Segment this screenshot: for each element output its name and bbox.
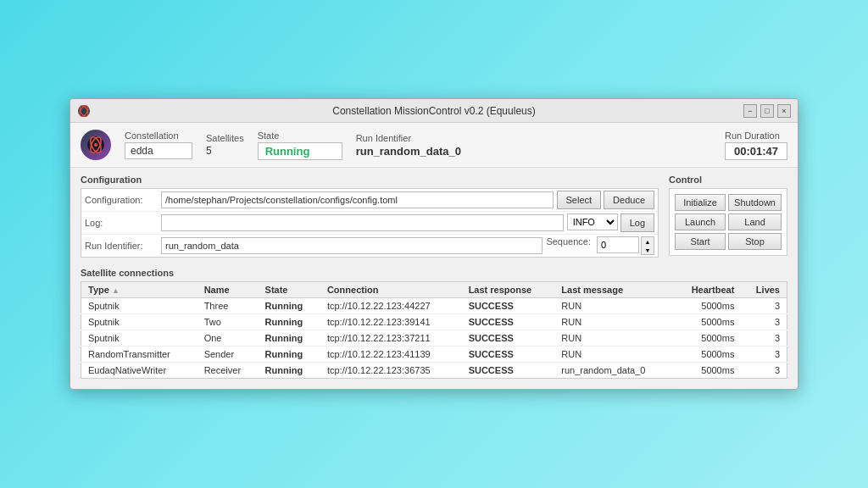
cell-last-response: SUCCESS [462, 347, 555, 363]
close-button[interactable]: × [777, 104, 791, 118]
run-duration-field: Run Duration 00:01:47 [725, 130, 787, 160]
sequence-label: Sequence: [546, 236, 591, 255]
cell-last-message: RUN [554, 330, 672, 347]
maximize-button[interactable]: □ [760, 104, 774, 118]
config-path-row: Configuration: Select Deduce [81, 189, 658, 212]
start-button[interactable]: Start [675, 233, 726, 250]
satellite-section-title: Satellite connections [81, 268, 787, 278]
cell-heartbeat: 5000ms [673, 347, 742, 363]
sequence-spinner: ▲ ▼ [641, 236, 654, 255]
cell-state: Running [259, 314, 320, 330]
run-id-row: Run Identifier: Sequence: ▲ ▼ [81, 235, 658, 257]
state-label: State [258, 130, 342, 141]
control-section-title: Control [669, 175, 787, 185]
cell-heartbeat: 5000ms [673, 330, 742, 347]
deduce-button[interactable]: Deduce [604, 191, 654, 209]
cell-last-message: RUN [554, 314, 672, 330]
state-box: Running [258, 142, 342, 160]
cell-last-response: SUCCESS [462, 298, 555, 314]
cell-heartbeat: 5000ms [673, 363, 742, 379]
sequence-area: Sequence: ▲ ▼ [546, 236, 654, 255]
table-row: EudaqNativeWriter Receiver Running tcp:/… [81, 363, 787, 379]
cell-name: Two [198, 314, 259, 330]
config-path-buttons: Select Deduce [557, 191, 655, 209]
constellation-input[interactable] [125, 142, 192, 159]
col-lives-header[interactable]: Lives [741, 282, 787, 298]
satellites-label: Satellites [206, 133, 244, 143]
constellation-label: Constellation [125, 130, 192, 141]
col-type-header[interactable]: Type ▲ [81, 282, 198, 298]
header-bar: Constellation Satellites 5 State Running… [70, 123, 798, 168]
run-id-config-label: Run Identifier: [85, 241, 161, 251]
sequence-input[interactable] [597, 236, 639, 253]
cell-lives: 3 [741, 314, 787, 330]
window-title: Constellation MissionControl v0.2 (Equul… [332, 105, 535, 117]
run-id-value: run_random_data_0 [356, 145, 461, 158]
table-header-row: Type ▲ Name State Connection Last respon… [81, 282, 787, 298]
svg-point-6 [94, 143, 97, 147]
cell-name: Three [198, 298, 259, 314]
cell-name: One [198, 330, 259, 347]
cell-lives: 3 [741, 298, 787, 314]
initialize-button[interactable]: Initialize [675, 194, 726, 211]
launch-button[interactable]: Launch [675, 214, 726, 230]
cell-last-response: SUCCESS [462, 314, 555, 330]
table-row: RandomTransmitter Sender Running tcp://1… [81, 347, 787, 363]
config-section: Configuration Configuration: Select Dedu… [81, 175, 659, 258]
col-name-header[interactable]: Name [198, 282, 259, 298]
sequence-down-button[interactable]: ▼ [642, 246, 654, 254]
land-button[interactable]: Land [728, 214, 782, 230]
cell-state: Running [259, 347, 320, 363]
main-window: Constellation MissionControl v0.2 (Equul… [70, 98, 798, 390]
cell-state: Running [259, 363, 320, 379]
state-value: Running [265, 145, 310, 158]
col-state-header[interactable]: State [259, 282, 320, 298]
cell-type: Sputnik [81, 314, 198, 330]
stop-button[interactable]: Stop [728, 233, 782, 250]
log-row: Log: INFO DEBUG WARNING ERROR Log [81, 212, 658, 235]
run-id-config-input[interactable] [161, 237, 542, 254]
cell-last-message: RUN [554, 298, 672, 314]
table-row: Sputnik Three Running tcp://10.12.22.123… [81, 298, 787, 314]
main-content: Configuration Configuration: Select Dedu… [70, 168, 798, 264]
shutdown-button[interactable]: Shutdown [728, 194, 782, 211]
cell-lives: 3 [741, 330, 787, 347]
cell-lives: 3 [741, 363, 787, 379]
config-table: Configuration: Select Deduce Log: INFO D… [81, 188, 659, 258]
cell-last-message: RUN [554, 347, 672, 363]
table-row: Sputnik One Running tcp://10.12.22.123:3… [81, 330, 787, 347]
state-field: State Running [258, 130, 342, 160]
run-id-field: Run Identifier run_random_data_0 [356, 133, 461, 158]
cell-state: Running [259, 330, 320, 347]
run-duration-value: 00:01:47 [725, 142, 787, 160]
config-path-input[interactable] [161, 191, 554, 208]
log-input[interactable] [161, 214, 564, 231]
cell-lives: 3 [741, 347, 787, 363]
select-button[interactable]: Select [557, 191, 602, 209]
control-grid: Initialize Shutdown Launch Land Start St… [669, 188, 787, 256]
col-last-response-header[interactable]: Last response [462, 282, 555, 298]
titlebar: Constellation MissionControl v0.2 (Equul… [70, 99, 798, 123]
log-label: Log: [85, 218, 161, 228]
control-section: Control Initialize Shutdown Launch Land … [669, 175, 787, 258]
config-section-title: Configuration [81, 175, 659, 185]
sequence-up-button[interactable]: ▲ [642, 237, 654, 246]
satellites-value: 5 [206, 145, 244, 157]
cell-connection: tcp://10.12.22.123:44227 [320, 298, 462, 314]
log-level-select[interactable]: INFO DEBUG WARNING ERROR [567, 214, 618, 230]
minimize-button[interactable]: − [743, 104, 757, 118]
cell-connection: tcp://10.12.22.123:39141 [320, 314, 462, 330]
satellite-section: Satellite connections Type ▲ Name State … [70, 264, 798, 389]
constellation-field: Constellation [125, 130, 192, 159]
log-button[interactable]: Log [620, 214, 654, 232]
cell-connection: tcp://10.12.22.123:36735 [320, 363, 462, 379]
satellites-field: Satellites 5 [206, 133, 244, 157]
cell-last-response: SUCCESS [462, 363, 555, 379]
cell-type: Sputnik [81, 298, 198, 314]
logo [81, 130, 111, 160]
cell-state: Running [259, 298, 320, 314]
run-id-label: Run Identifier [356, 133, 461, 143]
col-connection-header[interactable]: Connection [320, 282, 462, 298]
col-last-message-header[interactable]: Last message [554, 282, 672, 298]
col-heartbeat-header[interactable]: Heartbeat [673, 282, 742, 298]
